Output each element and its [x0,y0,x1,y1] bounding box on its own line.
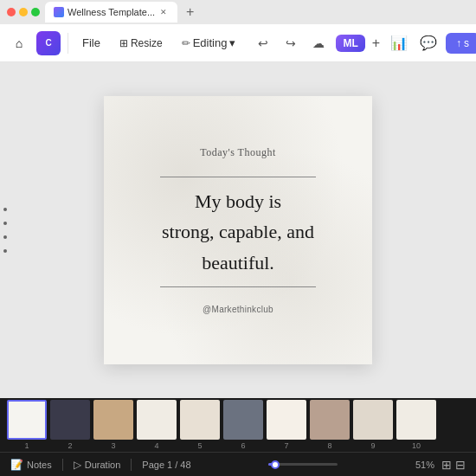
toolbar-actions: ↩ ↪ ☁ [251,31,331,55]
slide-number-6: 6 [241,441,245,450]
cloud-icon: ☁ [312,36,325,50]
page-info: Page 1 / 48 [142,460,190,470]
slide-thumb-4[interactable]: 4 [137,400,177,450]
chart-icon: 📊 [390,35,408,51]
progress-track[interactable] [268,463,338,466]
slide-thumbnail-4[interactable] [137,400,177,440]
slide-thumbnail-5[interactable] [180,400,220,440]
quote-line-bottom [160,286,316,287]
slide-thumb-9[interactable]: 9 [353,400,393,450]
slide-thumb-8[interactable]: 8 [310,400,350,450]
redo-icon: ↪ [286,36,296,50]
quote-text: My body isstrong, capable, andbeautiful. [148,186,328,278]
cloud-save-button[interactable]: ☁ [306,31,331,55]
editing-mode-button[interactable]: ✏ Editing ▾ [175,33,243,53]
add-button[interactable]: + [370,34,382,53]
slide-number-8: 8 [327,441,331,450]
slide-number-2: 2 [68,441,72,450]
sidebar-indicator-4 [3,249,7,253]
tab-title: Wellness Template... [68,7,155,17]
upload-icon: ↑ [456,37,461,49]
undo-button[interactable]: ↩ [251,31,275,55]
share-label: s [464,37,469,49]
slide-thumb-1[interactable]: 1 [7,400,47,450]
quote-area: My body isstrong, capable, andbeautiful. [148,173,328,291]
duration-label: Duration [85,460,121,470]
minimize-dot[interactable] [19,8,28,16]
slide-number-7: 7 [284,441,288,450]
notes-label: Notes [27,460,52,470]
sidebar-indicator-1 [3,208,7,211]
status-divider-1 [62,459,63,471]
share-button[interactable]: ↑ s [446,33,476,54]
slide-thumbnail-6[interactable] [223,400,263,440]
slide-thumbnail-7[interactable] [267,400,306,440]
filmstrip: 1 2 3 4 5 6 7 8 [0,398,476,452]
social-handle: @Markethinkclub [203,305,273,314]
canva-logo[interactable]: C [36,31,61,55]
tab-close-button[interactable]: ✕ [158,7,169,17]
design-canvas[interactable]: Today's Thought My body isstrong, capabl… [104,96,372,364]
bottom-panel: 1 2 3 4 5 6 7 8 [0,398,476,476]
thought-title: Today's Thought [200,146,276,159]
redo-button[interactable]: ↪ [279,31,303,55]
slide-thumb-3[interactable]: 3 [93,400,133,450]
slide-thumbnail-9[interactable] [353,400,393,440]
close-dot[interactable] [7,8,16,16]
home-icon: ⌂ [16,36,23,50]
list-view-button[interactable]: ⊟ [455,458,466,472]
toolbar: ⌂ C File ⊞ Resize ✏ Editing ▾ ↩ ↪ ☁ [0,24,476,62]
slide-number-9: 9 [370,441,375,450]
slide-thumbnail-8[interactable] [310,400,350,440]
toolbar-right: ML + 📊 💬 ↑ s [336,31,476,55]
grid-view-button[interactable]: ⊞ [441,458,452,472]
maximize-dot[interactable] [31,8,40,16]
slide-thumb-5[interactable]: 5 [180,400,220,450]
slide-number-1: 1 [24,441,29,450]
main-canvas-area: Today's Thought My body isstrong, capabl… [0,62,476,398]
file-menu-button[interactable]: File [75,33,107,53]
slide-number-3: 3 [111,441,115,450]
slide-number-10: 10 [412,441,421,450]
slide-thumb-2[interactable]: 2 [50,400,90,450]
resize-icon: ⊞ [119,37,128,49]
home-button[interactable]: ⌂ [7,31,31,55]
status-bar: 📝 Notes ▷ Duration Page 1 / 48 51% ⊞ ⊟ [0,452,476,476]
tab-bar: Wellness Template... ✕ + [0,0,476,24]
tab-favicon-icon [54,7,64,17]
new-tab-button[interactable]: + [183,4,197,20]
slide-number-4: 4 [154,441,158,450]
quote-line-top [160,177,316,177]
chart-button[interactable]: 📊 [387,31,411,55]
comment-button[interactable]: 💬 [416,31,441,55]
slide-number-5: 5 [197,441,202,450]
progress-container [198,463,408,466]
ml-badge[interactable]: ML [336,35,364,52]
undo-icon: ↩ [258,36,268,50]
editing-label: Editing [193,36,228,49]
slide-thumbnail-10[interactable] [396,400,436,440]
progress-thumb [271,460,280,469]
slide-thumb-7[interactable]: 7 [267,400,306,450]
status-divider-2 [131,459,132,471]
sidebar-indicator-3 [3,235,7,239]
slide-thumb-10[interactable]: 10 [396,400,436,450]
slide-thumb-6[interactable]: 6 [223,400,263,450]
canvas-content: Today's Thought My body isstrong, capabl… [148,146,328,314]
comment-icon: 💬 [420,35,437,51]
active-tab[interactable]: Wellness Template... ✕ [45,2,177,23]
slide-thumbnail-2[interactable] [50,400,90,440]
notes-icon: 📝 [10,459,23,471]
duration-button[interactable]: ▷ Duration [74,459,121,471]
resize-label: Resize [131,37,163,49]
pencil-icon: ✏ [182,37,190,49]
notes-button[interactable]: 📝 Notes [10,459,52,471]
zoom-level: 51% [415,460,434,470]
slide-thumbnail-1[interactable] [7,400,47,440]
logo-text: C [45,38,51,48]
left-sidebar [0,201,10,260]
slide-thumbnail-3[interactable] [93,400,133,440]
sidebar-indicator-2 [3,222,7,225]
resize-button[interactable]: ⊞ Resize [113,34,170,53]
duration-icon: ▷ [74,459,81,471]
